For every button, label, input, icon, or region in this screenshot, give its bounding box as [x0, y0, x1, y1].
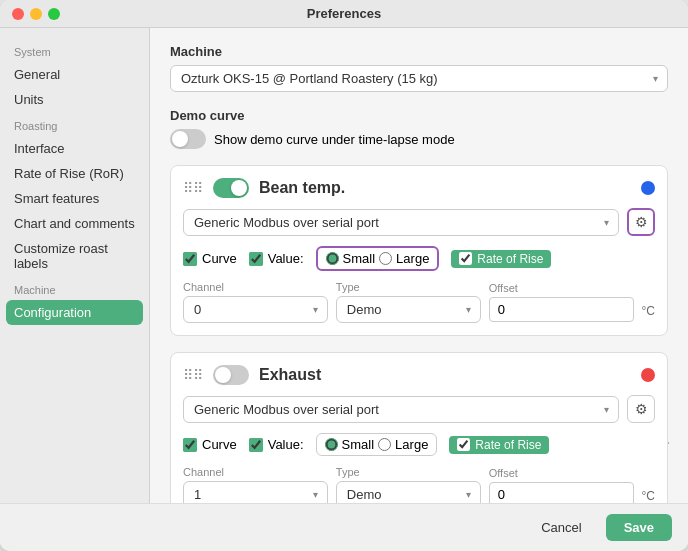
sidebar-item-general[interactable]: General	[0, 62, 149, 87]
demo-curve-toggle[interactable]	[170, 129, 206, 149]
sensor1-value-label: Value:	[268, 251, 304, 266]
sensor2-options-row: Curve Value: Small	[183, 433, 655, 456]
sensor1-ror-label-wrapper: Rate of Rise	[451, 250, 551, 268]
sensor1-type-select[interactable]: Demo	[336, 296, 481, 323]
sidebar-item-units[interactable]: Units	[0, 87, 149, 112]
sensor2-select-wrapper: Generic Modbus over serial port ▾	[183, 396, 619, 423]
sensor2-small-radio-label[interactable]: Small	[325, 437, 375, 452]
sensor2-type-select[interactable]: Demo	[336, 481, 481, 503]
sensor1-small-radio-label[interactable]: Small	[326, 251, 376, 266]
sensor1-value-checkbox[interactable]	[249, 252, 263, 266]
main-scroll-area[interactable]: Machine Ozturk OKS-15 @ Portland Roaster…	[150, 28, 688, 503]
sensor1-type-label: Type	[336, 281, 481, 293]
save-button[interactable]: Save	[606, 514, 672, 541]
machine-select[interactable]: Ozturk OKS-15 @ Portland Roastery (15 kg…	[170, 65, 668, 92]
sensor1-small-radio[interactable]	[326, 252, 339, 265]
sensor1-size-radio-group: Small Large	[316, 246, 440, 271]
sensor1-channel-group: Channel 0 ▾	[183, 281, 328, 323]
sensor2-curve-label: Curve	[202, 437, 237, 452]
sensor1-select-wrapper: Generic Modbus over serial port ▾	[183, 209, 619, 236]
sensor1-offset-input[interactable]	[489, 297, 634, 322]
sensor2-header: ⠿⠿ Exhaust	[183, 365, 655, 385]
sensor2-small-radio[interactable]	[325, 438, 338, 451]
sidebar-item-customize[interactable]: Customize roast labels	[0, 236, 149, 276]
sensor2-large-label: Large	[395, 437, 428, 452]
sensor1-small-label: Small	[343, 251, 376, 266]
machine-field-group: Machine Ozturk OKS-15 @ Portland Roaster…	[170, 44, 668, 92]
sensor1-name: Bean temp.	[259, 179, 631, 197]
sensor2-type-group: Type Demo ▾	[336, 466, 481, 503]
sensor1-large-radio-label[interactable]: Large	[379, 251, 429, 266]
sidebar-item-chart[interactable]: Chart and comments	[0, 211, 149, 236]
sensor1-connection-select[interactable]: Generic Modbus over serial port	[183, 209, 619, 236]
sidebar: System General Units Roasting Interface …	[0, 28, 150, 503]
maximize-button[interactable]	[48, 8, 60, 20]
sidebar-item-smart[interactable]: Smart features	[0, 186, 149, 211]
sensor1-value-checkbox-label[interactable]: Value:	[249, 251, 304, 266]
sensor2-drag-handle[interactable]: ⠿⠿	[183, 367, 203, 383]
sensor1-channel-row: Channel 0 ▾ Type	[183, 281, 655, 323]
sidebar-item-interface[interactable]: Interface	[0, 136, 149, 161]
sensor2-channel-label: Channel	[183, 466, 328, 478]
demo-curve-description: Show demo curve under time-lapse mode	[214, 132, 455, 147]
sensor1-ror-label: Rate of Rise	[477, 252, 543, 266]
sensor2-color-dot	[641, 368, 655, 382]
sensor2-dropdown-row: Generic Modbus over serial port ▾ ⚙	[183, 395, 655, 423]
demo-curve-label: Demo curve	[170, 108, 668, 123]
titlebar: Preferences	[0, 0, 688, 28]
sensor2-offset-input[interactable]	[489, 482, 634, 503]
sensor2-type-label: Type	[336, 466, 481, 478]
sensor-exhaust-block: ⠿⠿ Exhaust Generic Modbus over serial po…	[170, 352, 668, 503]
close-button[interactable]	[12, 8, 24, 20]
sensor1-offset-group: Offset	[489, 282, 634, 322]
sensor2-unit-label: °C	[642, 471, 655, 503]
sensor2-name: Exhaust	[259, 366, 631, 384]
sensor2-type-select-wrapper: Demo ▾	[336, 481, 481, 503]
sensor1-header: ⠿⠿ Bean temp.	[183, 178, 655, 198]
sensor1-large-radio[interactable]	[379, 252, 392, 265]
sensor2-size-radio-group: Small Large	[316, 433, 438, 456]
sensor1-curve-checkbox-label[interactable]: Curve	[183, 251, 237, 266]
sensor1-ror-checkbox[interactable]	[459, 252, 472, 265]
sidebar-item-configuration[interactable]: Configuration	[6, 300, 143, 325]
sensor1-toggle[interactable]	[213, 178, 249, 198]
sensor2-value-checkbox-label[interactable]: Value:	[249, 437, 304, 452]
sensor2-value-label: Value:	[268, 437, 304, 452]
sensor2-large-radio-label[interactable]: Large	[378, 437, 428, 452]
content-area: System General Units Roasting Interface …	[0, 28, 688, 503]
machine-label: Machine	[170, 44, 668, 59]
sensor1-large-label: Large	[396, 251, 429, 266]
sensor2-channel-row: Channel 1 ▾ Type	[183, 466, 655, 503]
sensor2-ror-label: Rate of Rise	[475, 438, 541, 452]
sidebar-section-roasting: Roasting	[0, 112, 149, 136]
sensor1-channel-select[interactable]: 0	[183, 296, 328, 323]
sensor1-channel-label: Channel	[183, 281, 328, 293]
footer: Cancel Save	[0, 503, 688, 551]
sensor1-type-group: Type Demo ▾	[336, 281, 481, 323]
sensor1-gear-button[interactable]: ⚙	[627, 208, 655, 236]
sensor1-curve-label: Curve	[202, 251, 237, 266]
sensor2-value-checkbox[interactable]	[249, 438, 263, 452]
sensor2-curve-checkbox[interactable]	[183, 438, 197, 452]
minimize-button[interactable]	[30, 8, 42, 20]
demo-curve-row: Show demo curve under time-lapse mode	[170, 129, 668, 149]
sensor2-large-radio[interactable]	[378, 438, 391, 451]
sidebar-item-ror[interactable]: Rate of Rise (RoR)	[0, 161, 149, 186]
sensor2-ror-checkbox[interactable]	[457, 438, 470, 451]
sensor1-dropdown-row: Generic Modbus over serial port ▾ ⚙	[183, 208, 655, 236]
sensor2-curve-checkbox-label[interactable]: Curve	[183, 437, 237, 452]
sensor1-color-dot	[641, 181, 655, 195]
cancel-button[interactable]: Cancel	[527, 514, 595, 541]
sensor2-small-label: Small	[342, 437, 375, 452]
sensor2-offset-label: Offset	[489, 467, 634, 479]
sensor1-curve-checkbox[interactable]	[183, 252, 197, 266]
sensor2-channel-select[interactable]: 1	[183, 481, 328, 503]
sensor1-channel-select-wrapper: 0 ▾	[183, 296, 328, 323]
sensor2-ror-label-wrapper: Rate of Rise	[449, 436, 549, 454]
sensor2-connection-select[interactable]: Generic Modbus over serial port	[183, 396, 619, 423]
window-title: Preferences	[307, 6, 381, 21]
sensor1-drag-handle[interactable]: ⠿⠿	[183, 180, 203, 196]
sensor2-gear-button[interactable]: ⚙	[627, 395, 655, 423]
sensor2-toggle[interactable]	[213, 365, 249, 385]
sensor2-channel-group: Channel 1 ▾	[183, 466, 328, 503]
